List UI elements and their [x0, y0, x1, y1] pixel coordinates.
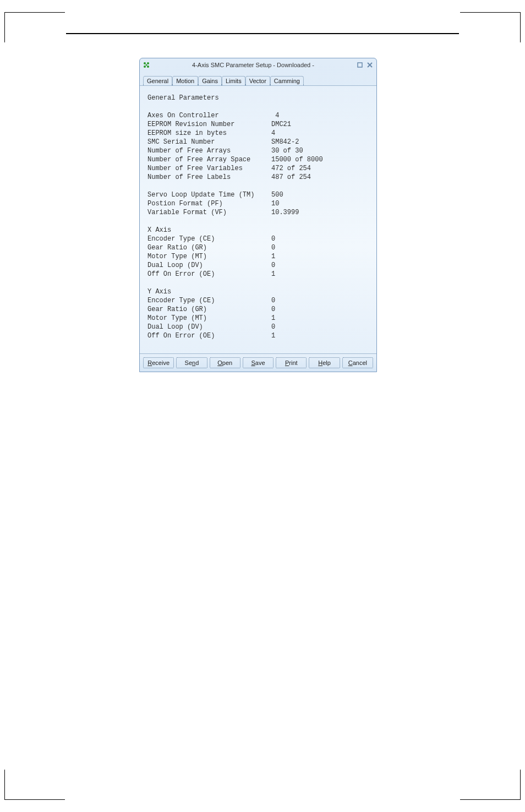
param-label: SMC Serial Number: [147, 138, 271, 146]
param-value: 4: [271, 129, 275, 138]
app-icon: [142, 61, 151, 69]
help-button[interactable]: Help: [309, 357, 340, 368]
param-label: EEPROM size in bytes: [147, 129, 271, 138]
param-value: 1: [271, 270, 275, 279]
param-value: DMC21: [271, 120, 291, 129]
param-row: Postion Format (PF)10: [147, 199, 369, 208]
axis-title: X Axis: [147, 226, 271, 235]
param-label: Off On Error (OE): [147, 270, 271, 279]
window-title: 4-Axis SMC Parameter Setup - Downloaded …: [151, 62, 356, 68]
param-value: SM842-2: [271, 138, 299, 146]
crop-mark-tr: [460, 12, 521, 42]
param-value: 487 of 254: [271, 173, 311, 182]
param-row: Number of Free Variables472 of 254: [147, 164, 369, 173]
button-row: Receive Send Open Save Print Help Cancel: [140, 353, 376, 372]
tabbar: General Motion Gains Limits Vector Cammi…: [140, 72, 376, 86]
param-value: 10: [271, 199, 279, 208]
param-value: 10.3999: [271, 208, 299, 217]
param-row: Motor Type (MT)1: [147, 252, 369, 261]
close-icon[interactable]: [365, 61, 374, 69]
param-value: 500: [271, 190, 283, 199]
param-label: Off On Error (OE): [147, 331, 271, 340]
param-label: Encoder Type (CE): [147, 296, 271, 305]
param-value: 0: [271, 243, 275, 252]
param-label: Servo Loop Update Time (TM): [147, 190, 271, 199]
param-row: Variable Format (VF)10.3999: [147, 208, 369, 217]
param-row: Number of Free Labels487 of 254: [147, 173, 369, 182]
param-value: 1: [271, 252, 275, 261]
svg-rect-5: [358, 63, 362, 67]
svg-point-4: [146, 64, 147, 66]
param-value: 4: [271, 111, 279, 120]
param-label: Dual Loop (DV): [147, 261, 271, 270]
param-label: EEPROM Revision Number: [147, 120, 271, 129]
crop-mark-br: [460, 770, 521, 800]
header-rule: [66, 33, 459, 34]
titlebar: 4-Axis SMC Parameter Setup - Downloaded …: [140, 58, 376, 72]
param-label: Number of Free Array Space: [147, 155, 271, 164]
save-button[interactable]: Save: [243, 357, 274, 368]
param-value: 472 of 254: [271, 164, 311, 173]
param-value: 30 of 30: [271, 146, 303, 155]
param-row: Dual Loop (DV)0: [147, 261, 369, 270]
param-value: 0: [271, 323, 275, 331]
param-row: Encoder Type (CE)0: [147, 235, 369, 243]
param-value: 0: [271, 296, 275, 305]
section-header: General Parameters: [147, 94, 369, 102]
axis-title: Y Axis: [147, 287, 271, 296]
print-button[interactable]: Print: [276, 357, 307, 368]
tab-gains[interactable]: Gains: [198, 76, 222, 85]
param-row: Number of Free Arrays30 of 30: [147, 146, 369, 155]
param-value: 1: [271, 331, 275, 340]
svg-point-2: [144, 66, 146, 68]
param-label: Number of Free Variables: [147, 164, 271, 173]
param-label: Postion Format (PF): [147, 199, 271, 208]
param-label: Dual Loop (DV): [147, 323, 271, 331]
tab-limits[interactable]: Limits: [222, 76, 245, 85]
param-row: Axes On Controller 4: [147, 111, 369, 120]
svg-point-1: [147, 62, 149, 64]
cancel-button[interactable]: Cancel: [342, 357, 373, 368]
param-label: Encoder Type (CE): [147, 235, 271, 243]
crop-mark-bl: [4, 770, 65, 800]
tab-motion[interactable]: Motion: [172, 76, 198, 85]
param-row: EEPROM size in bytes4: [147, 129, 369, 138]
param-label: Number of Free Arrays: [147, 146, 271, 155]
param-value: 15000 of 8000: [271, 155, 323, 164]
receive-button[interactable]: Receive: [143, 357, 174, 368]
param-label: Motor Type (MT): [147, 252, 271, 261]
param-label: Gear Ratio (GR): [147, 243, 271, 252]
axis-header: X Axis: [147, 226, 369, 235]
tab-general[interactable]: General: [143, 76, 172, 85]
param-label: Gear Ratio (GR): [147, 305, 271, 314]
param-value: 1: [271, 314, 275, 323]
param-row: Motor Type (MT)1: [147, 314, 369, 323]
axis-header: Y Axis: [147, 287, 369, 296]
open-button[interactable]: Open: [210, 357, 240, 368]
crop-mark-tl: [4, 12, 65, 42]
param-row: Dual Loop (DV)0: [147, 323, 369, 331]
param-value: 0: [271, 261, 275, 270]
param-label: Motor Type (MT): [147, 314, 271, 323]
param-row: Off On Error (OE)1: [147, 270, 369, 279]
param-row: Off On Error (OE)1: [147, 331, 369, 340]
param-row: Gear Ratio (GR)0: [147, 305, 369, 314]
param-row: SMC Serial NumberSM842-2: [147, 138, 369, 146]
content-panel: General Parameters Axes On Controller 4 …: [140, 86, 376, 353]
tab-vector[interactable]: Vector: [245, 76, 270, 85]
param-label: Variable Format (VF): [147, 208, 271, 217]
param-row: Servo Loop Update Time (TM)500: [147, 190, 369, 199]
param-label: Axes On Controller: [147, 111, 271, 120]
param-row: EEPROM Revision NumberDMC21: [147, 120, 369, 129]
param-row: Gear Ratio (GR)0: [147, 243, 369, 252]
svg-point-0: [144, 62, 146, 64]
param-value: 0: [271, 235, 275, 243]
send-button[interactable]: Send: [176, 357, 207, 368]
param-label: Number of Free Labels: [147, 173, 271, 182]
svg-point-3: [147, 66, 149, 68]
tab-camming[interactable]: Camming: [270, 76, 304, 85]
param-row: Number of Free Array Space15000 of 8000: [147, 155, 369, 164]
parameter-setup-dialog: 4-Axis SMC Parameter Setup - Downloaded …: [139, 58, 377, 372]
param-row: Encoder Type (CE)0: [147, 296, 369, 305]
maximize-icon[interactable]: [356, 61, 364, 69]
